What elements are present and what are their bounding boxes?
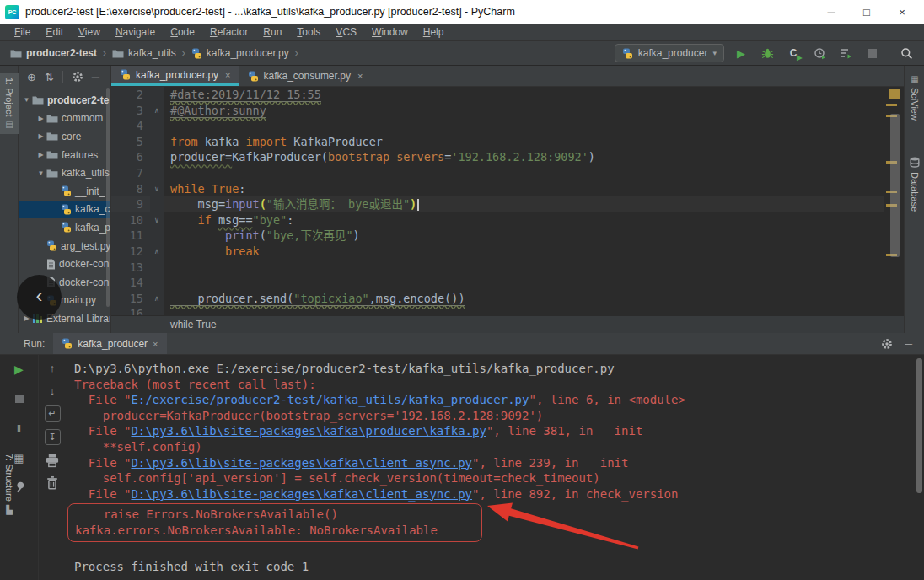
close-icon[interactable]: × bbox=[225, 70, 230, 80]
fold-marker-icon[interactable]: ∨ bbox=[150, 212, 164, 228]
tree-item-docker-con[interactable]: docker-con bbox=[19, 255, 110, 273]
debug-button[interactable] bbox=[758, 44, 776, 62]
print-icon[interactable] bbox=[45, 453, 60, 468]
project-scrollbar[interactable] bbox=[106, 88, 110, 307]
code-line-14[interactable]: 14 bbox=[111, 275, 904, 291]
context-breadcrumb-line[interactable]: while True bbox=[111, 315, 904, 333]
profiler-button[interactable] bbox=[810, 44, 829, 62]
tool-window-project[interactable]: 1: Project ▤ bbox=[0, 72, 19, 134]
collapse-all-icon[interactable]: ⇅ bbox=[45, 71, 54, 83]
code-line-7[interactable]: 7 bbox=[111, 165, 904, 181]
concurrency-diagram-button[interactable] bbox=[836, 44, 855, 62]
stop-button[interactable] bbox=[12, 391, 27, 406]
tree-item-kafka-p[interactable]: kafka_p bbox=[19, 218, 110, 237]
up-stack-trace-icon[interactable]: ↑ bbox=[45, 360, 60, 375]
rerun-button[interactable]: ▶ bbox=[12, 362, 27, 377]
hide-panel-icon[interactable]: ─ bbox=[92, 71, 99, 83]
stack-trace-link[interactable]: D:\py3.6\lib\site-packages\kafka\produce… bbox=[131, 424, 486, 438]
tree-expand-arrow[interactable]: ▶ bbox=[36, 151, 46, 158]
search-everywhere-icon[interactable] bbox=[897, 44, 916, 62]
tree-item-core[interactable]: ▶core bbox=[19, 127, 110, 146]
tree-expand-arrow[interactable]: ▼ bbox=[22, 96, 31, 104]
menu-item-refactor[interactable]: Refactor bbox=[202, 26, 255, 38]
code-line-2[interactable]: 2#date:2019/11/12 15:55 bbox=[111, 87, 904, 103]
editor-tab-kafka_producer-py[interactable]: kafka_producer.py× bbox=[111, 66, 239, 86]
clear-trash-icon[interactable] bbox=[45, 475, 60, 491]
code-line-5[interactable]: 5from kafka import KafkaProducer bbox=[111, 134, 904, 150]
stop-button[interactable] bbox=[862, 44, 881, 62]
tree-item--init-[interactable]: __init_ bbox=[19, 182, 110, 201]
stripe-mark[interactable] bbox=[886, 104, 897, 106]
menu-item-file[interactable]: File bbox=[7, 26, 38, 38]
breadcrumb-item[interactable]: kafka_producer.py bbox=[190, 47, 291, 59]
locate-file-icon[interactable]: ⊕ bbox=[27, 71, 36, 83]
tree-item-producer2-te[interactable]: ▼producer2-te bbox=[19, 91, 110, 110]
menu-item-edit[interactable]: Edit bbox=[38, 26, 71, 38]
inspection-indicator[interactable] bbox=[889, 89, 900, 99]
tool-window-database[interactable]: Database bbox=[905, 157, 924, 212]
editor-tab-kafka_consumer-py[interactable]: kafka_consumer.py× bbox=[239, 66, 372, 86]
tree-expand-arrow[interactable]: ▼ bbox=[36, 169, 46, 177]
pause-output-button[interactable]: ‖ bbox=[12, 421, 27, 436]
run-button[interactable]: ▶ bbox=[732, 44, 750, 62]
close-button[interactable]: × bbox=[895, 6, 909, 19]
tree-expand-arrow[interactable]: ▶ bbox=[36, 132, 46, 140]
menu-item-view[interactable]: View bbox=[71, 26, 108, 38]
code-line-10[interactable]: 10∨ if msg=="bye": bbox=[111, 212, 904, 228]
pin-tab-icon[interactable] bbox=[12, 480, 27, 495]
hide-run-panel-icon[interactable]: ─ bbox=[905, 338, 912, 350]
menu-item-vcs[interactable]: VCS bbox=[328, 26, 364, 38]
scroll-to-end-icon[interactable]: ↧ bbox=[45, 429, 61, 445]
run-configuration-select[interactable]: kafka_producer ▾ bbox=[615, 44, 724, 62]
maximize-button[interactable]: □ bbox=[860, 6, 873, 19]
tool-window-sciview[interactable]: ▦ SciView bbox=[905, 74, 924, 121]
menu-item-code[interactable]: Code bbox=[163, 26, 202, 38]
tree-item-kafka-c[interactable]: kafka_c bbox=[19, 201, 110, 219]
run-tab[interactable]: kafka_producer × bbox=[53, 333, 166, 354]
tree-item-kafka-utils[interactable]: ▼kafka_utils bbox=[19, 164, 110, 182]
text-caret bbox=[417, 199, 419, 211]
close-icon[interactable]: × bbox=[357, 71, 363, 81]
code-line-15[interactable]: 15∧ producer.send("topicxiao",msg.encode… bbox=[111, 291, 904, 307]
tree-expand-arrow[interactable]: ▶ bbox=[36, 115, 46, 122]
code-line-13[interactable]: 13 bbox=[111, 260, 904, 276]
editor-scrollbar[interactable] bbox=[890, 114, 900, 257]
tree-item-features[interactable]: ▶features bbox=[19, 146, 110, 164]
console-scrollbar[interactable] bbox=[916, 358, 922, 493]
run-with-coverage-button[interactable]: C▶ bbox=[784, 44, 803, 62]
menu-item-tools[interactable]: Tools bbox=[289, 26, 328, 38]
back-overlay-button[interactable]: ‹ bbox=[17, 275, 62, 320]
code-line-9[interactable]: 9 msg=input("输入消息啊： bye或退出") bbox=[111, 196, 904, 212]
code-line-16[interactable]: 16 bbox=[111, 306, 904, 315]
code-line-3[interactable]: 3∧#@Author:sunny bbox=[111, 103, 904, 119]
code-line-11[interactable]: 11 print("bye,下次再见") bbox=[111, 228, 904, 244]
stack-trace-link[interactable]: E:/exercise/producer2-test/kafka_utils/k… bbox=[131, 393, 529, 406]
stack-trace-link[interactable]: D:\py3.6\lib\site-packages\kafka\client_… bbox=[131, 456, 472, 470]
menu-item-window[interactable]: Window bbox=[364, 26, 416, 38]
code-editor[interactable]: 2#date:2019/11/12 15:553∧#@Author:sunny4… bbox=[111, 87, 904, 315]
close-icon[interactable]: × bbox=[153, 339, 158, 349]
breadcrumb-item[interactable]: kafka_utils bbox=[110, 47, 178, 59]
fold-marker-icon[interactable]: ∨ bbox=[150, 181, 164, 197]
settings-gear-icon[interactable] bbox=[72, 71, 83, 83]
menu-item-run[interactable]: Run bbox=[255, 26, 289, 38]
code-line-4[interactable]: 4 bbox=[111, 118, 904, 134]
breadcrumb-item[interactable]: producer2-test bbox=[8, 47, 99, 59]
tool-window-favorites[interactable]: 2: Favorites bbox=[0, 316, 19, 333]
code-line-6[interactable]: 6producer=KafkaProducer(bootstrap_server… bbox=[111, 149, 904, 165]
code-line-8[interactable]: 8∨while True: bbox=[111, 181, 904, 197]
down-stack-trace-icon[interactable]: ↓ bbox=[45, 383, 60, 398]
stack-trace-link[interactable]: D:\py3.6\lib\site-packages\kafka\client_… bbox=[131, 487, 472, 501]
menu-item-help[interactable]: Help bbox=[416, 26, 452, 38]
fold-marker-icon[interactable]: ∧ bbox=[150, 291, 164, 307]
tree-item-commom[interactable]: ▶commom bbox=[19, 110, 110, 128]
soft-wrap-icon[interactable]: ↵ bbox=[45, 405, 61, 422]
fold-marker-icon[interactable]: ∧ bbox=[150, 103, 164, 119]
minimize-button[interactable]: ─ bbox=[825, 6, 838, 19]
tree-item-arg-test-py[interactable]: arg_test.py bbox=[19, 237, 110, 255]
menu-item-navigate[interactable]: Navigate bbox=[108, 26, 163, 38]
run-settings-gear-icon[interactable] bbox=[881, 338, 893, 350]
code-line-12[interactable]: 12∧ break bbox=[111, 244, 904, 260]
restore-layout-icon[interactable]: ▦ bbox=[12, 450, 27, 465]
fold-marker-icon[interactable]: ∧ bbox=[150, 244, 164, 260]
